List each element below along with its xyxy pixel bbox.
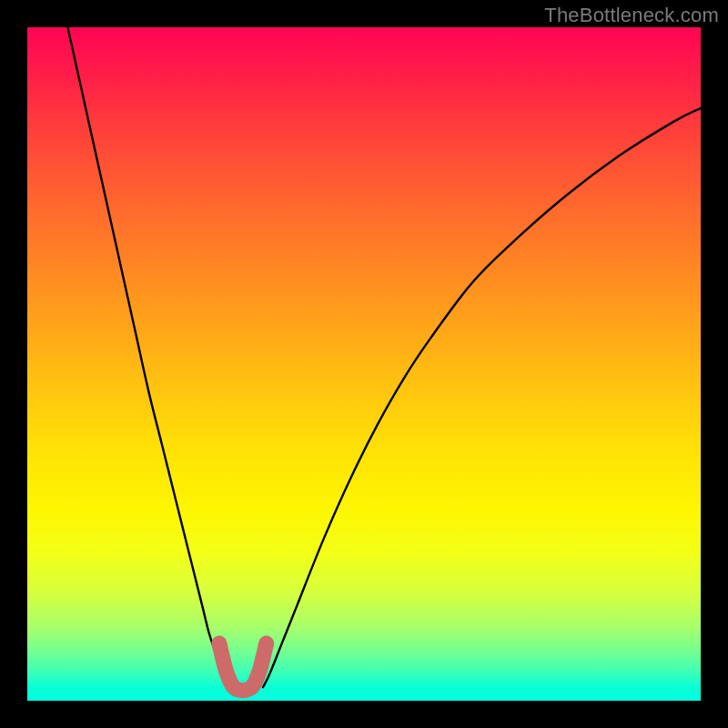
curve-right [263, 108, 701, 687]
plot-area [27, 27, 701, 701]
valley-accent-icon [219, 643, 267, 691]
chart-svg [27, 27, 701, 701]
watermark-text: TheBottleneck.com [544, 4, 719, 27]
curve-left [67, 27, 229, 687]
outer-frame: TheBottleneck.com [0, 0, 728, 728]
